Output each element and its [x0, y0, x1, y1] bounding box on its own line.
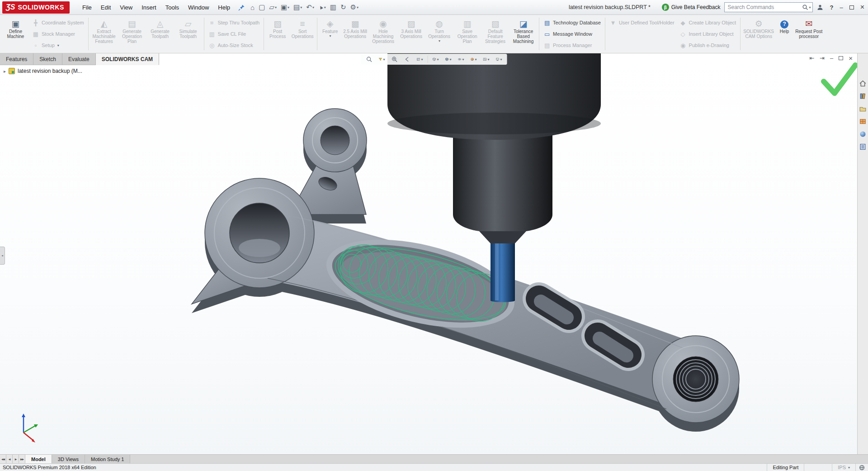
create-library-icon: ◆ — [679, 19, 687, 26]
file-properties-icon[interactable]: ▥ — [328, 2, 338, 12]
help-button[interactable]: ? Help — [775, 16, 793, 52]
define-machine-button[interactable]: ▣ Define Machine — [2, 16, 29, 52]
search-input[interactable] — [726, 4, 802, 11]
tolerance-based-machining-button[interactable]: ◪ Tolerance Based Machining — [509, 16, 537, 52]
zoom-to-area-icon[interactable] — [389, 54, 401, 64]
save-cl-file-button[interactable]: ▥ Save CL File — [207, 29, 261, 38]
appearances-scenes-icon[interactable] — [859, 129, 868, 138]
message-window-button[interactable]: ▭ Message Window — [542, 29, 602, 38]
view-palette-icon[interactable] — [859, 117, 868, 126]
units-selector[interactable]: IPS ▾ — [832, 464, 855, 471]
annotation-filter-icon[interactable]: ▾ — [376, 54, 388, 64]
hole-machining-operations-button[interactable]: ◉ Hole Machining Operations — [369, 16, 397, 52]
maximize-icon[interactable] — [849, 5, 854, 10]
tab-3d-views[interactable]: 3D Views — [52, 455, 85, 463]
insert-library-object-button[interactable]: ◇ Insert Library Object — [678, 29, 738, 38]
home-icon[interactable]: ⌂ — [249, 3, 256, 12]
scroll-next-tab-icon[interactable]: ▶ — [13, 455, 19, 463]
tab-sketch[interactable]: Sketch — [33, 53, 62, 65]
collapse-right-icon[interactable]: ⇥ — [820, 55, 825, 62]
ribbon-group-library: ▼ User Defined Tool/Holder ◆ Create Libr… — [606, 16, 739, 52]
turn-operations-button[interactable]: ◍ Turn Operations ▾ — [425, 16, 453, 52]
scroll-first-tab-icon[interactable]: ◀◀ — [0, 455, 6, 463]
pin-menu-icon[interactable] — [238, 4, 245, 11]
file-explorer-icon[interactable] — [859, 104, 868, 113]
mill-25-axis-operations-button[interactable]: ▩ 2.5 Axis Mill Operations — [341, 16, 369, 52]
tab-evaluate[interactable]: Evaluate — [62, 53, 96, 65]
post-process-button[interactable]: ▧ Post Process — [266, 16, 289, 52]
default-feature-strategies-button[interactable]: ▧ Default Feature Strategies — [481, 16, 509, 52]
create-library-object-button[interactable]: ◆ Create Library Object — [678, 18, 738, 27]
generate-operation-plan-button[interactable]: ▤ Generate Operation Plan — [118, 16, 146, 52]
graphics-viewport[interactable]: ▸ latest revision backup (M... ◂ — [0, 53, 857, 454]
coordinate-system-button[interactable]: ╋ Coordinate System — [31, 18, 85, 27]
graphics-area[interactable] — [0, 53, 857, 454]
process-manager-button[interactable]: ▤ Process Manager — [542, 41, 602, 50]
save-operation-plan-button[interactable]: ▥ Save Operation Plan — [453, 16, 481, 52]
search-icon[interactable] — [802, 4, 808, 10]
save-icon[interactable]: ▣▾ — [279, 2, 291, 12]
undo-icon[interactable]: ↶▾ — [304, 2, 316, 12]
doc-close-icon[interactable]: × — [849, 54, 853, 62]
solidworks-cam-options-button[interactable]: ⚙ SOLIDWORKS CAM Options — [742, 16, 775, 52]
tab-motion-study-1[interactable]: Motion Study 1 — [85, 455, 130, 463]
simulate-toolpath-button[interactable]: ▱ Simulate Toolpath — [175, 16, 202, 52]
open-icon[interactable]: ▱▾ — [267, 2, 278, 12]
apply-scene-icon[interactable]: ▾ — [481, 54, 492, 64]
menu-tools[interactable]: Tools — [161, 2, 184, 13]
menu-insert[interactable]: Insert — [137, 2, 161, 13]
technology-database-button[interactable]: ▤ Technology Database — [542, 18, 602, 27]
section-view-icon[interactable]: ▾ — [414, 54, 426, 64]
collapse-left-icon[interactable]: ⇤ — [809, 55, 814, 62]
scroll-last-tab-icon[interactable]: ▶▶ — [19, 455, 25, 463]
expand-arrow-icon[interactable]: ▸ — [4, 69, 6, 74]
edit-appearance-icon[interactable]: ▾ — [468, 54, 480, 64]
new-document-icon[interactable]: ▢ — [257, 2, 267, 12]
doc-minimize-icon[interactable]: – — [830, 55, 833, 62]
minimize-icon[interactable]: – — [840, 4, 843, 11]
sort-operations-button[interactable]: ≡ Sort Operations — [290, 16, 315, 52]
menu-view[interactable]: View — [115, 2, 137, 13]
options-gear-icon[interactable]: ⚙▾ — [349, 2, 360, 12]
mill-3-axis-operations-button[interactable]: ▨ 3 Axis Mill Operations — [397, 16, 425, 52]
publish-e-drawing-button[interactable]: ◉ Publish e-Drawing — [678, 41, 738, 50]
search-caret-icon[interactable]: ▾ — [809, 5, 811, 10]
web-status[interactable] — [855, 464, 868, 471]
help-icon[interactable]: ? — [830, 4, 833, 11]
menu-help[interactable]: Help — [213, 2, 235, 13]
request-post-processor-button[interactable]: ✉ Request Post processor — [794, 16, 824, 52]
custom-properties-icon[interactable] — [859, 142, 868, 151]
user-account-icon[interactable] — [817, 4, 823, 10]
menu-window[interactable]: Window — [184, 2, 213, 13]
tab-model[interactable]: Model — [25, 455, 52, 463]
view-orientation-icon[interactable]: ▾ — [430, 54, 442, 64]
rebuild-icon[interactable]: ↻ — [339, 2, 348, 12]
display-style-icon[interactable]: ▾ — [443, 54, 454, 64]
feature-pane-flyout-handle[interactable]: ◂ — [0, 247, 5, 265]
zoom-to-fit-icon[interactable] — [363, 54, 375, 64]
beta-feedback-button[interactable]: β Give Beta Feedback — [662, 4, 721, 11]
hide-show-items-icon[interactable]: ▾ — [455, 54, 467, 64]
menu-edit[interactable]: Edit — [96, 2, 115, 13]
select-cursor-icon[interactable]: ▲▾ — [316, 3, 328, 11]
print-icon[interactable]: ▤▾ — [292, 2, 304, 12]
feature-button[interactable]: ◈ Feature ▾ — [319, 16, 341, 52]
step-thru-toolpath-button[interactable]: ≡ Step Thru Toolpath — [207, 18, 261, 27]
user-defined-tool-holder-button[interactable]: ▼ User Defined Tool/Holder — [608, 18, 676, 27]
tab-features[interactable]: Features — [0, 53, 33, 65]
feature-tree-root-label[interactable]: latest revision backup (M... — [18, 68, 82, 74]
scroll-prev-tab-icon[interactable]: ◀ — [6, 455, 13, 463]
design-library-icon[interactable] — [859, 91, 868, 100]
extract-machinable-features-button[interactable]: ◭ Extract Machinable Features — [90, 16, 118, 52]
generate-toolpath-button[interactable]: ◬ Generate Toolpath — [146, 16, 174, 52]
setup-button[interactable]: ▫ Setup ▾ — [31, 41, 85, 50]
auto-size-stock-button[interactable]: ◎ Auto-Size Stock — [207, 41, 261, 50]
view-settings-icon[interactable]: ▾ — [493, 54, 505, 64]
close-icon[interactable]: × — [860, 3, 864, 11]
tab-solidworks-cam[interactable]: SOLIDWORKS CAM — [96, 53, 159, 65]
previous-view-icon[interactable] — [401, 54, 413, 64]
menu-file[interactable]: File — [78, 2, 96, 13]
stock-manager-button[interactable]: ▦ Stock Manager — [31, 29, 85, 38]
doc-restore-icon[interactable] — [839, 56, 843, 60]
solidworks-resources-icon[interactable] — [859, 79, 868, 88]
